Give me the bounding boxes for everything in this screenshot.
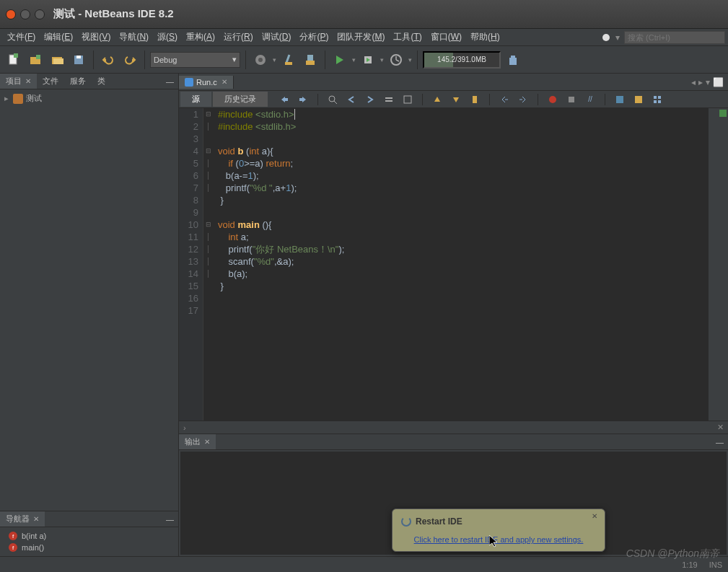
notifications-icon[interactable] (602, 34, 610, 41)
svg-rect-17 (511, 56, 515, 58)
history-tab[interactable]: 历史记录 (213, 92, 268, 107)
menu-f[interactable]: 文件(F) (3, 30, 40, 45)
window-maximize-button[interactable] (35, 9, 45, 19)
tree-row[interactable]: ▸ 测试 (3, 92, 175, 105)
menu-e[interactable]: 编辑(E) (40, 30, 77, 45)
gc-button[interactable] (504, 50, 522, 69)
find-next-button[interactable] (364, 93, 377, 106)
close-icon[interactable]: ✕ (33, 515, 39, 523)
toggle-highlight-button[interactable] (382, 93, 395, 106)
editor-tab[interactable]: Run.c ✕ (179, 76, 234, 89)
nav-back-button[interactable] (278, 93, 291, 106)
comment-button[interactable]: // (584, 93, 597, 106)
line-gutter[interactable]: 1234567891011121314151617 (179, 108, 203, 421)
shift-right-button[interactable] (517, 93, 530, 106)
menu-t[interactable]: 工具(T) (389, 30, 426, 45)
error-stripe[interactable] (718, 108, 728, 421)
window-title: 测试 - NetBeans IDE 8.2 (53, 7, 174, 21)
svg-rect-1 (14, 53, 18, 58)
menu-h[interactable]: 帮助(H) (466, 30, 504, 45)
editor-tab-label: Run.c (196, 78, 217, 87)
breadcrumb-expand-icon[interactable]: › (183, 423, 186, 432)
expand-icon[interactable]: ▸ (3, 94, 10, 103)
restart-ide-link[interactable]: Click here to restart IDE and apply new … (401, 535, 596, 544)
menu-r[interactable]: 运行(R) (219, 30, 258, 45)
tab-output[interactable]: 输出✕ (179, 434, 216, 449)
navigator-item[interactable]: fb(int a) (3, 530, 175, 542)
goto-header-button[interactable] (613, 93, 626, 106)
close-icon[interactable]: ✕ (204, 438, 210, 446)
svg-rect-28 (654, 96, 657, 99)
menu-s[interactable]: 源(S) (153, 30, 182, 45)
show-includes-button[interactable] (651, 93, 664, 106)
menu-m[interactable]: 团队开发(M) (333, 30, 389, 45)
window-minimize-button[interactable] (20, 9, 30, 19)
minimize-panel-button[interactable]: — (711, 438, 728, 446)
build-button[interactable] (251, 50, 270, 69)
svg-rect-22 (404, 96, 411, 103)
run-config-combo[interactable]: Debug▾ (150, 52, 240, 68)
clean-build-button[interactable] (279, 50, 298, 69)
code-editor[interactable]: 1234567891011121314151617 ⊟│ ⊟│││ ⊟││││ … (179, 108, 728, 421)
shift-left-button[interactable] (498, 93, 511, 106)
tab-projects[interactable]: 项目✕ (0, 74, 37, 89)
minimize-panel-button[interactable]: — (162, 515, 178, 524)
open-project-button[interactable] (48, 50, 66, 69)
project-tree[interactable]: ▸ 测试 (0, 89, 178, 511)
maximize-icon[interactable]: ⬜ (713, 77, 724, 87)
menu-n[interactable]: 导航(N) (115, 30, 153, 45)
new-file-button[interactable] (4, 50, 23, 69)
debug-button[interactable] (359, 50, 377, 69)
c-file-icon (185, 78, 193, 87)
navigator-item[interactable]: fmain() (3, 542, 175, 553)
tab-classes[interactable]: 类 (92, 74, 111, 89)
save-all-button[interactable] (69, 50, 88, 69)
menu-d[interactable]: 调试(D) (258, 30, 296, 45)
macro-stop-button[interactable] (565, 93, 578, 106)
find-selection-button[interactable] (326, 93, 339, 106)
code-content[interactable]: #include <stdio.h>#include <stdlib.h> vo… (214, 108, 708, 421)
clean-button[interactable] (301, 50, 320, 69)
svg-rect-26 (616, 96, 623, 103)
function-icon: f (9, 543, 17, 552)
goto-source-button[interactable] (632, 93, 645, 106)
scroll-right-icon[interactable]: ▸ (698, 77, 703, 87)
fold-column[interactable]: ⊟│ ⊟│││ ⊟││││ (203, 108, 214, 421)
tab-files[interactable]: 文件 (37, 74, 64, 89)
close-icon[interactable]: ✕ (592, 512, 600, 521)
new-project-button[interactable] (26, 50, 45, 69)
tab-navigator[interactable]: 导航器✕ (0, 511, 45, 527)
svg-rect-16 (509, 58, 517, 65)
find-prev-button[interactable] (345, 93, 358, 106)
menu-a[interactable]: 重构(A) (182, 30, 219, 45)
global-search-input[interactable] (624, 31, 725, 44)
tabs-dropdown-icon[interactable]: ▾ (706, 77, 710, 87)
run-button[interactable] (330, 50, 349, 69)
macro-record-button[interactable] (546, 93, 559, 106)
scroll-left-icon[interactable]: ◂ (691, 77, 696, 87)
nav-forward-button[interactable] (297, 93, 310, 106)
next-bookmark-button[interactable] (449, 93, 462, 106)
menu-p[interactable]: 分析(P) (295, 30, 333, 45)
prev-bookmark-button[interactable] (431, 93, 444, 106)
vertical-scrollbar[interactable] (708, 108, 718, 421)
menu-w[interactable]: 窗口(W) (426, 30, 466, 45)
heap-usage-indicator[interactable]: 145.2/391.0MB (423, 51, 501, 69)
svg-point-18 (329, 96, 335, 102)
refresh-icon (401, 516, 411, 527)
toggle-bookmark-button[interactable] (468, 93, 481, 106)
minimize-panel-button[interactable]: — (162, 77, 178, 86)
close-icon[interactable]: ✕ (717, 423, 724, 432)
svg-rect-23 (473, 96, 477, 103)
source-tab[interactable]: 源 (180, 92, 211, 107)
redo-button[interactable] (120, 50, 139, 69)
toggle-rect-select-button[interactable] (401, 93, 414, 106)
editor-breadcrumb: › ✕ (179, 421, 728, 434)
close-icon[interactable]: ✕ (222, 78, 227, 86)
profile-button[interactable] (387, 50, 405, 69)
window-close-button[interactable] (6, 9, 16, 19)
menu-v[interactable]: 视图(V) (77, 30, 115, 45)
tab-services[interactable]: 服务 (64, 74, 92, 89)
undo-button[interactable] (99, 50, 118, 69)
close-icon[interactable]: ✕ (25, 77, 31, 85)
